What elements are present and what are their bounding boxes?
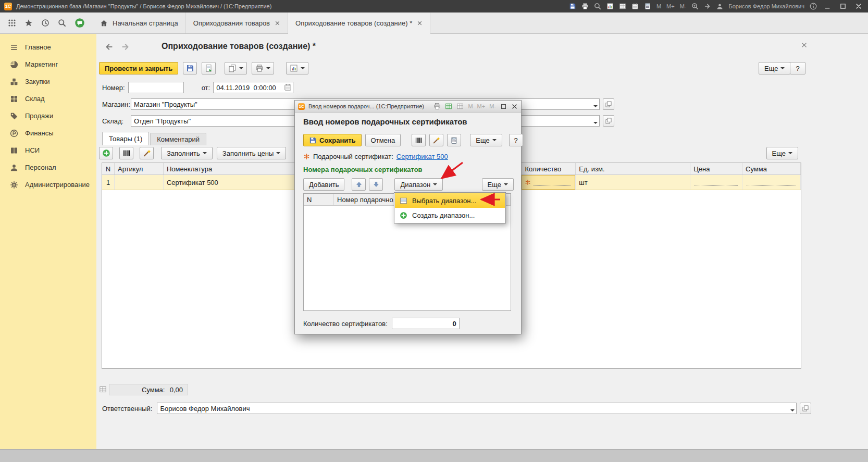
terminal-button[interactable] <box>447 134 461 146</box>
memory-minus-button[interactable]: M- <box>489 103 496 109</box>
calendar-icon[interactable] <box>284 83 292 91</box>
minimize-button[interactable] <box>822 2 833 11</box>
responsible-open-button[interactable] <box>800 403 811 414</box>
form-close-icon[interactable] <box>801 42 808 48</box>
range-button[interactable]: Диапазон <box>394 178 443 191</box>
menu-grid-icon[interactable] <box>8 19 16 27</box>
store-open-button[interactable] <box>603 98 614 110</box>
dialog-cancel-button[interactable]: Отмена <box>365 134 401 146</box>
save-button[interactable] <box>183 62 197 74</box>
memory-minus-button[interactable]: M- <box>680 3 687 9</box>
maximize-button[interactable] <box>838 2 848 11</box>
create-based-on-button[interactable] <box>225 62 247 74</box>
fill-button[interactable]: Заполнить <box>161 147 213 159</box>
close-button[interactable] <box>511 103 518 110</box>
calendar-icon[interactable] <box>631 3 639 10</box>
tab-goods-receipts[interactable]: Оприходования товаров <box>186 13 288 33</box>
sidebar-item-nsi[interactable]: НСИ <box>0 142 96 159</box>
add-button[interactable]: Добавить <box>303 178 344 191</box>
menu-item-select-range[interactable]: Выбрать диапазон... <box>395 193 505 208</box>
current-user[interactable]: Борисов Федор Михайлович <box>728 3 804 9</box>
tab-home[interactable]: Начальная страница <box>93 13 186 33</box>
quantity-cell[interactable] <box>522 175 576 190</box>
sidebar-item-personnel[interactable]: Персонал <box>0 159 96 176</box>
chevron-down-icon[interactable] <box>790 409 795 414</box>
close-tab-icon[interactable] <box>417 20 423 26</box>
link-arrow-icon[interactable] <box>704 3 711 10</box>
pick-items-button[interactable] <box>140 147 154 159</box>
sections-sidebar: Главное Маркетинг Закупки Склад Продажи … <box>0 34 96 449</box>
table-gray-icon[interactable] <box>456 103 464 110</box>
form-more-button[interactable]: Еще <box>759 62 790 74</box>
discussions-icon[interactable] <box>75 18 85 28</box>
favorites-star-icon[interactable] <box>24 19 33 27</box>
sidebar-item-purchases[interactable]: Закупки <box>0 73 96 90</box>
menu-item-create-range[interactable]: Создать диапазон... <box>395 208 505 222</box>
info-icon[interactable] <box>810 3 817 10</box>
nav-forward-button[interactable] <box>118 41 132 53</box>
sidebar-item-sales[interactable]: Продажи <box>0 107 96 124</box>
print-icon[interactable] <box>581 3 589 10</box>
dialog-save-button[interactable]: Сохранить <box>303 134 362 146</box>
sidebar-item-finance[interactable]: Финансы <box>0 124 96 142</box>
post-document-button[interactable] <box>202 62 216 74</box>
dialog-titlebar[interactable]: 1С Ввод номеров подароч... (1С:Предприят… <box>295 101 521 113</box>
search-icon[interactable] <box>58 19 66 27</box>
move-up-button[interactable] <box>352 178 366 191</box>
tab-goods[interactable]: Товары (1) <box>102 132 149 145</box>
sidebar-item-marketing[interactable]: Маркетинг <box>0 56 96 73</box>
memory-store-button[interactable]: M <box>468 103 473 109</box>
zoom-icon[interactable] <box>691 3 699 10</box>
number-input[interactable] <box>128 82 184 93</box>
memory-plus-button[interactable]: M+ <box>666 3 675 9</box>
fill-prices-button[interactable]: Заполнить цены <box>217 147 286 159</box>
items-more-button[interactable]: Еще <box>766 147 798 159</box>
price-cell[interactable] <box>690 175 742 190</box>
search-icon[interactable] <box>594 3 601 10</box>
history-clock-icon[interactable] <box>41 19 49 27</box>
count-input[interactable] <box>392 318 460 329</box>
barcode-button[interactable] <box>119 147 133 159</box>
column-header: Сумма <box>742 163 801 174</box>
sidebar-item-main[interactable]: Главное <box>0 39 96 56</box>
dialog-more-button[interactable]: Еще <box>470 134 502 146</box>
nav-back-button[interactable] <box>102 41 116 53</box>
certificate-link[interactable]: Сертификат 500 <box>396 153 448 160</box>
table-icon[interactable] <box>619 3 626 10</box>
print-icon[interactable] <box>433 103 441 110</box>
date-input[interactable] <box>213 82 293 93</box>
warehouse-open-button[interactable] <box>603 115 614 127</box>
close-tab-icon[interactable] <box>275 20 280 26</box>
chart-icon[interactable] <box>606 3 614 10</box>
maximize-button[interactable] <box>500 103 507 110</box>
chevron-down-icon[interactable] <box>593 105 598 109</box>
certificates-more-button[interactable]: Еще <box>482 178 514 191</box>
responsible-input[interactable] <box>157 403 797 414</box>
table-green-icon[interactable] <box>445 103 452 110</box>
dialog-toolbar: Сохранить Отмена Еще ? <box>303 134 523 146</box>
save-icon[interactable] <box>569 3 576 10</box>
tab-comment[interactable]: Комментарий <box>150 133 206 145</box>
pick-button[interactable] <box>429 134 443 146</box>
sum-cell[interactable] <box>742 175 801 190</box>
tab-goods-receipt-new[interactable]: Оприходование товаров (создание) * <box>288 13 430 33</box>
calculator-icon[interactable] <box>644 3 651 10</box>
sidebar-item-administration[interactable]: Администрирование <box>0 176 96 193</box>
sidebar-item-label: Персонал <box>25 164 56 171</box>
reports-button[interactable] <box>286 62 308 74</box>
help-button[interactable]: ? <box>790 62 805 74</box>
total-sum-box: Сумма: 0,00 <box>109 384 188 395</box>
barcode-button[interactable] <box>412 134 426 146</box>
print-button[interactable] <box>252 62 274 74</box>
memory-store-button[interactable]: M <box>656 3 661 9</box>
chevron-down-icon[interactable] <box>593 122 598 126</box>
sidebar-item-warehouse[interactable]: Склад <box>0 90 96 107</box>
memory-plus-button[interactable]: M+ <box>477 103 486 109</box>
post-and-close-button[interactable]: Провести и закрыть <box>99 62 178 74</box>
close-button[interactable] <box>853 2 864 11</box>
add-row-button[interactable] <box>99 147 113 159</box>
totals-table-icon[interactable] <box>99 385 107 393</box>
certificates-count-row: Количество сертификатов: <box>303 318 460 329</box>
move-down-button[interactable] <box>369 178 383 191</box>
dialog-help-button[interactable]: ? <box>509 134 523 146</box>
